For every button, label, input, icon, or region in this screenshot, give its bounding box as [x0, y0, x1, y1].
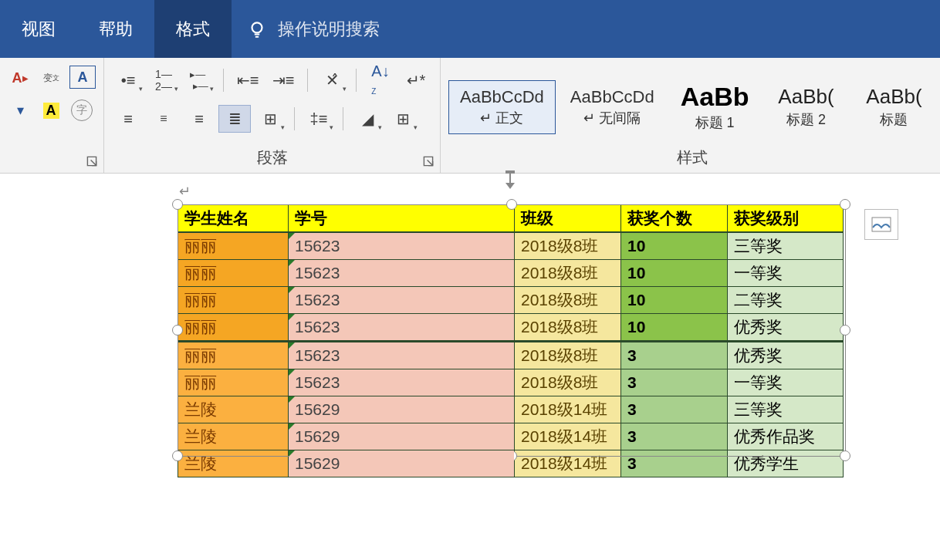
table-cell: 15623	[289, 342, 515, 369]
table-cell: 兰陵	[178, 396, 289, 423]
table-row[interactable]: 丽丽156232018级8班10三等奖	[178, 232, 844, 260]
layout-options-button[interactable]	[864, 209, 898, 240]
table-cell: 10	[621, 314, 728, 342]
bullets-button[interactable]: •≡	[112, 66, 144, 94]
table-cell: 优秀奖	[728, 342, 844, 369]
tab-format[interactable]: 格式	[154, 0, 232, 58]
align-center-button[interactable]: ≡	[147, 105, 180, 133]
table-cell: 丽丽	[178, 369, 289, 396]
table-cell: 15623	[289, 287, 515, 314]
multilevel-list-button[interactable]: ▸— ▸—	[183, 66, 215, 94]
data-table[interactable]: 学生姓名学号班级获奖个数获奖级别 丽丽156232018级8班10三等奖丽丽15…	[178, 204, 844, 477]
table-cell: 3	[621, 342, 728, 369]
borders-button[interactable]: ⊞	[387, 105, 419, 133]
increase-indent-button[interactable]: ⇥≡	[267, 66, 299, 94]
shading-button[interactable]: ◢	[351, 105, 384, 133]
table-cell: 兰陵	[178, 423, 289, 450]
distribute-button[interactable]: ⊞	[254, 105, 286, 133]
table-cell: 3	[621, 396, 728, 423]
table-cell: 15623	[289, 232, 515, 260]
table-row[interactable]: 丽丽156232018级8班3一等奖	[178, 369, 844, 396]
style-item-2[interactable]: AaBb标题 1	[669, 75, 761, 139]
style-item-1[interactable]: AaBbCcDd↵ 无间隔	[559, 80, 666, 134]
table-cell: 2018级14班	[515, 450, 621, 477]
justify-button[interactable]: ≣	[218, 105, 251, 133]
decrease-indent-button[interactable]: ⇤≡	[232, 66, 264, 94]
table-row[interactable]: 兰陵156292018级14班3优秀作品奖	[178, 423, 844, 450]
numbering-button[interactable]: 1—2—	[147, 66, 180, 94]
table-cell: 兰陵	[178, 450, 289, 477]
table-row[interactable]: 丽丽156232018级8班10优秀奖	[178, 314, 844, 342]
table-header: 学号	[289, 205, 515, 233]
table-cell: 15623	[289, 260, 515, 287]
table-cell: 丽丽	[178, 232, 289, 260]
table-cell: 3	[621, 450, 728, 477]
ribbon: A▶ 变文 A ▾ A 字 •≡ 1—2— ▸— ▸— ⇤≡ ⇥≡ ✕̂ A↓Z…	[0, 58, 940, 174]
tab-help[interactable]: 帮助	[77, 0, 154, 58]
style-item-3[interactable]: AaBb(标题 2	[763, 78, 848, 136]
style-item-0[interactable]: AaBbCcDd↵ 正文	[448, 80, 556, 134]
sort-button[interactable]: A↓Z	[364, 66, 397, 94]
embedded-table-object[interactable]: 学生姓名学号班级获奖个数获奖级别 丽丽156232018级8班10三等奖丽丽15…	[178, 204, 844, 477]
table-header: 班级	[515, 205, 621, 233]
selection-handle[interactable]	[506, 199, 517, 210]
asian-layout-button[interactable]: ✕̂	[316, 66, 348, 94]
table-cell: 2018级8班	[515, 232, 621, 260]
document-area[interactable]: ↵ 学生姓名学号班级获奖个数获奖级别 丽丽156232018级8班10三等奖丽丽…	[0, 174, 940, 181]
show-marks-button[interactable]: ↵*	[400, 66, 432, 94]
align-right-button[interactable]: ≡	[183, 105, 215, 133]
font-color-button[interactable]: A▶	[8, 66, 32, 90]
table-cell: 2018级8班	[515, 260, 621, 287]
tab-view[interactable]: 视图	[0, 0, 77, 58]
table-cell: 15629	[289, 396, 515, 423]
table-cell: 10	[621, 260, 728, 287]
character-border-button[interactable]: A	[69, 66, 96, 89]
paragraph-group: •≡ 1—2— ▸— ▸— ⇤≡ ⇥≡ ✕̂ A↓Z ↵* ≡ ≡ ≡ ≣ ⊞ …	[104, 58, 441, 173]
phonetic-guide-button[interactable]: 变文	[39, 66, 63, 90]
selection-handle[interactable]	[840, 199, 850, 210]
group-launcher-icon[interactable]	[423, 156, 434, 167]
table-cell: 15629	[289, 450, 515, 477]
styles-group-label: 样式	[441, 147, 940, 168]
table-row[interactable]: 兰陵156292018级14班3优秀学生	[178, 450, 844, 477]
table-cell: 10	[621, 287, 728, 314]
paragraph-mark-icon: ↵	[179, 183, 191, 200]
line-spacing-button[interactable]: ‡≡	[303, 105, 335, 133]
align-left-button[interactable]: ≡	[112, 105, 144, 133]
table-cell: 2018级14班	[515, 423, 621, 450]
tell-me-search[interactable]: 操作说明搜索	[232, 18, 395, 41]
table-header: 学生姓名	[178, 205, 289, 233]
table-cell: 丽丽	[178, 260, 289, 287]
table-row[interactable]: 丽丽156232018级8班3优秀奖	[178, 342, 844, 369]
font-group: A▶ 变文 A ▾ A 字	[0, 58, 104, 173]
table-cell: 优秀学生	[728, 450, 844, 477]
table-cell: 10	[621, 232, 728, 260]
font-dropdown[interactable]: ▾	[8, 98, 32, 123]
enclose-characters-button[interactable]: 字	[69, 98, 94, 123]
style-item-4[interactable]: AaBb(标题	[851, 78, 936, 136]
selection-handle[interactable]	[840, 325, 850, 336]
svg-point-0	[252, 22, 262, 32]
table-cell: 一等奖	[728, 369, 844, 396]
selection-handle[interactable]	[172, 325, 183, 336]
table-cell: 15623	[289, 314, 515, 342]
group-launcher-icon[interactable]	[86, 156, 97, 167]
selection-handle[interactable]	[840, 450, 850, 461]
table-cell: 2018级8班	[515, 287, 621, 314]
selection-handle[interactable]	[172, 450, 183, 461]
table-cell: 二等奖	[728, 287, 844, 314]
table-row[interactable]: 丽丽156232018级8班10一等奖	[178, 260, 844, 287]
table-cell: 2018级8班	[515, 369, 621, 396]
highlight-button[interactable]: A	[39, 98, 63, 123]
ruler-indent-marker[interactable]	[509, 174, 511, 183]
table-cell: 丽丽	[178, 342, 289, 369]
table-cell: 丽丽	[178, 287, 289, 314]
styles-group: AaBbCcDd↵ 正文AaBbCcDd↵ 无间隔AaBb标题 1AaBb(标题…	[441, 58, 940, 173]
table-cell: 三等奖	[728, 232, 844, 260]
table-row[interactable]: 兰陵156292018级14班3三等奖	[178, 396, 844, 423]
selection-handle[interactable]	[172, 199, 183, 210]
table-cell: 15623	[289, 369, 515, 396]
table-row[interactable]: 丽丽156232018级8班10二等奖	[178, 287, 844, 314]
table-header: 获奖级别	[728, 205, 844, 233]
table-cell: 2018级14班	[515, 396, 621, 423]
